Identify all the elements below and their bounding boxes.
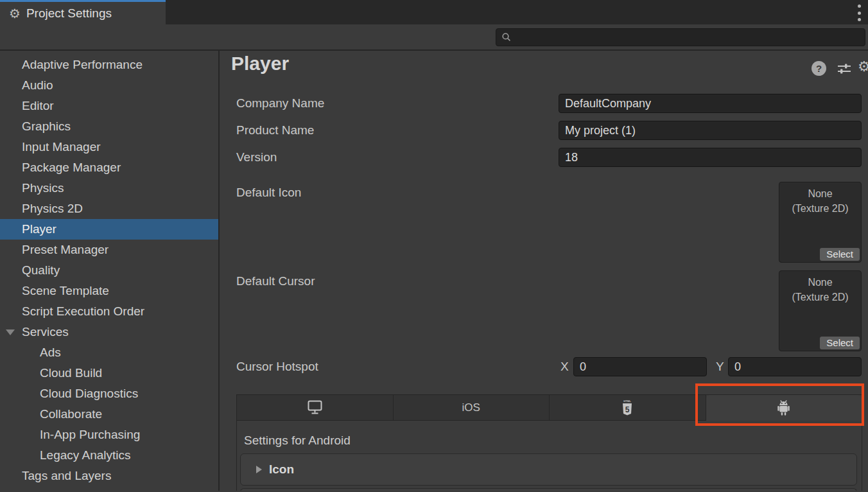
sidebar-item-adaptive-performance[interactable]: Adaptive Performance [0, 55, 218, 75]
kebab-menu-icon[interactable] [855, 4, 864, 21]
cursor-hotspot-y-label: Y [716, 357, 724, 376]
search-input[interactable] [516, 32, 865, 43]
cursor-hotspot-x-label: X [560, 357, 569, 376]
sidebar-item-cloud-diagnostics[interactable]: Cloud Diagnostics [0, 383, 218, 404]
services-foldout-icon[interactable] [6, 329, 15, 335]
cursor-hotspot-x-field[interactable] [573, 357, 707, 376]
sidebar-item-physics-2d[interactable]: Physics 2D [0, 198, 218, 219]
cursor-hotspot-y-field[interactable] [728, 357, 862, 376]
icon-foldout[interactable]: Icon [240, 453, 857, 486]
sidebar-item-script-execution-order[interactable]: Script Execution Order [0, 301, 218, 322]
window-tabstrip: ⚙ Project Settings [0, 0, 868, 24]
default-cursor-value: None [779, 275, 861, 290]
sidebar-item-input-manager[interactable]: Input Manager [0, 137, 218, 157]
ios-tab-label: iOS [462, 401, 480, 414]
sidebar-item-ads[interactable]: Ads [0, 342, 218, 363]
sidebar-item-tags-and-layers[interactable]: Tags and Layers [0, 466, 218, 486]
product-name-field[interactable] [559, 121, 862, 140]
product-name-label: Product Name [236, 121, 314, 140]
presets-icon[interactable] [837, 62, 852, 75]
company-name-label: Company Name [236, 94, 324, 113]
sidebar-item-textmesh-pro[interactable]: TextMesh Pro [0, 486, 218, 491]
sidebar-item-legacy-analytics[interactable]: Legacy Analytics [0, 445, 218, 466]
android-icon [775, 400, 792, 417]
sidebar-item-audio[interactable]: Audio [0, 75, 218, 96]
platform-tab-android[interactable] [706, 395, 862, 421]
project-settings-tab[interactable]: ⚙ Project Settings [0, 0, 166, 24]
default-icon-type: (Texture 2D) [779, 201, 861, 216]
settings-category-sidebar: Adaptive Performance Audio Editor Graphi… [0, 51, 220, 491]
platform-tab-webgl[interactable]: HTML 5 [550, 395, 706, 421]
html5-icon: HTML 5 [620, 399, 634, 417]
company-name-field[interactable] [559, 94, 862, 113]
icon-foldout-label: Icon [269, 462, 294, 477]
tab-title: Project Settings [26, 6, 112, 21]
settings-for-android-header: Settings for Android [244, 434, 351, 448]
settings-gear-icon: ⚙ [9, 7, 21, 20]
sidebar-item-graphics[interactable]: Graphics [0, 116, 218, 137]
cursor-hotspot-label: Cursor Hotspot [236, 357, 318, 376]
default-icon-label: Default Icon [236, 183, 301, 202]
gear-icon[interactable]: ⚙ [858, 58, 868, 75]
default-cursor-type: (Texture 2D) [779, 290, 861, 304]
default-icon-object-field[interactable]: None (Texture 2D) Select [779, 182, 862, 263]
platform-tab-bar: iOS HTML 5 [237, 395, 862, 421]
default-cursor-select-button[interactable]: Select [820, 337, 860, 349]
sidebar-item-physics[interactable]: Physics [0, 178, 218, 198]
platform-tab-ios[interactable]: iOS [394, 395, 550, 421]
sidebar-item-preset-manager[interactable]: Preset Manager [0, 240, 218, 260]
sidebar-item-collaborate[interactable]: Collaborate [0, 404, 218, 425]
search-icon [501, 32, 512, 42]
default-icon-select-button[interactable]: Select [820, 248, 860, 261]
project-settings-window: ⚙ Project Settings Adaptive Performance … [0, 0, 868, 492]
page-title: Player [231, 53, 289, 75]
help-icon[interactable]: ? [812, 61, 826, 76]
sidebar-item-editor[interactable]: Editor [0, 96, 218, 116]
default-cursor-object-field[interactable]: None (Texture 2D) Select [779, 270, 862, 351]
version-field[interactable] [559, 148, 862, 167]
svg-text:5: 5 [625, 405, 630, 414]
sidebar-item-player[interactable]: Player [0, 219, 218, 240]
toolbar [0, 24, 868, 51]
sidebar-item-quality[interactable]: Quality [0, 260, 218, 281]
sidebar-item-scene-template[interactable]: Scene Template [0, 281, 218, 301]
monitor-icon [306, 400, 324, 415]
platform-tab-standalone[interactable] [237, 395, 394, 421]
sidebar-item-package-manager[interactable]: Package Manager [0, 157, 218, 178]
player-settings-panel: Player ? ⚙ Company Name Product Name Ver… [220, 51, 868, 491]
svg-text:HTML: HTML [623, 400, 631, 403]
foldout-arrow-icon [256, 466, 262, 473]
version-label: Version [236, 148, 277, 167]
default-cursor-label: Default Cursor [236, 272, 315, 291]
sidebar-item-in-app-purchasing[interactable]: In-App Purchasing [0, 425, 218, 445]
search-box[interactable] [496, 28, 865, 46]
sidebar-item-cloud-build[interactable]: Cloud Build [0, 363, 218, 383]
next-foldout-partial [240, 488, 857, 491]
default-icon-value: None [779, 186, 861, 201]
sidebar-item-services[interactable]: Services [0, 322, 218, 342]
